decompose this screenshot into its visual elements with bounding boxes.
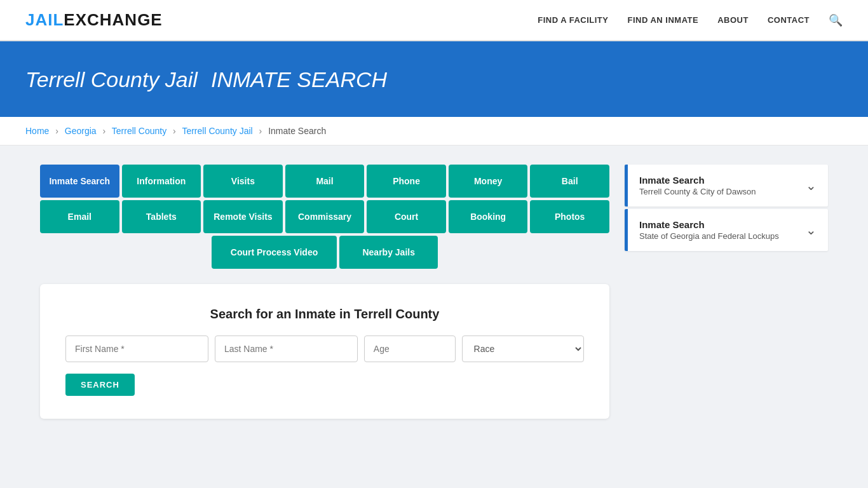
first-name-input[interactable] — [65, 336, 208, 362]
tabs-row3: Court Process Video Nearby Jails — [40, 236, 609, 269]
site-logo[interactable]: JAILEXCHANGE — [25, 10, 163, 30]
breadcrumb-current: Inmate Search — [268, 126, 326, 136]
tab-remote-visits[interactable]: Remote Visits — [203, 200, 283, 233]
sidebar-item-state-georgia[interactable]: Inmate Search State of Georgia and Feder… — [625, 209, 828, 251]
race-select[interactable]: Race White Black Hispanic Asian Other — [462, 336, 584, 362]
last-name-input[interactable] — [215, 336, 358, 362]
nav-find-inmate[interactable]: FIND AN INMATE — [627, 15, 698, 25]
hero-banner: Terrell County Jail INMATE SEARCH — [0, 41, 868, 117]
nav-find-facility[interactable]: FIND A FACILITY — [538, 15, 608, 25]
tab-bail[interactable]: Bail — [530, 165, 609, 198]
tab-money[interactable]: Money — [449, 165, 528, 198]
tab-court[interactable]: Court — [367, 200, 446, 233]
tab-court-process-video[interactable]: Court Process Video — [212, 236, 337, 269]
search-panel: Search for an Inmate in Terrell County R… — [40, 284, 609, 419]
tab-phone[interactable]: Phone — [367, 165, 446, 198]
content-area: Inmate Search Information Visits Mail Ph… — [40, 165, 609, 419]
tab-photos[interactable]: Photos — [530, 200, 609, 233]
tabs-row2: Email Tablets Remote Visits Commissary C… — [40, 200, 609, 233]
tab-tablets[interactable]: Tablets — [122, 200, 201, 233]
tab-mail[interactable]: Mail — [285, 165, 365, 198]
sidebar-item-subtitle-1: Terrell County & City of Dawson — [639, 187, 756, 196]
breadcrumb-terrell-county[interactable]: Terrell County — [112, 126, 166, 136]
logo-part2: EXCHANGE — [64, 10, 162, 29]
tab-email[interactable]: Email — [40, 200, 119, 233]
tab-visits[interactable]: Visits — [203, 165, 283, 198]
breadcrumb: Home › Georgia › Terrell County › Terrel… — [0, 117, 868, 146]
breadcrumb-georgia[interactable]: Georgia — [65, 126, 97, 136]
logo-part1: JAIL — [25, 10, 64, 29]
main-wrapper: Inmate Search Information Visits Mail Ph… — [21, 165, 847, 419]
tabs-row1: Inmate Search Information Visits Mail Ph… — [40, 165, 609, 198]
tab-booking[interactable]: Booking — [449, 200, 528, 233]
search-fields: Race White Black Hispanic Asian Other — [65, 336, 584, 362]
age-input[interactable] — [364, 336, 456, 362]
chevron-down-icon: ⌄ — [806, 178, 817, 193]
page-title: Terrell County Jail INMATE SEARCH — [25, 65, 843, 93]
sidebar-item-title-2: Inmate Search — [639, 219, 779, 230]
nav-contact[interactable]: CONTACT — [768, 15, 810, 25]
sidebar-item-subtitle-2: State of Georgia and Federal Lockups — [639, 231, 779, 241]
main-nav: FIND A FACILITY FIND AN INMATE ABOUT CON… — [538, 13, 843, 27]
search-button[interactable]: SEARCH — [65, 374, 135, 396]
chevron-down-icon-2: ⌄ — [806, 222, 817, 238]
search-panel-title: Search for an Inmate in Terrell County — [65, 307, 584, 322]
tab-inmate-search[interactable]: Inmate Search — [40, 165, 119, 198]
search-icon-button[interactable]: 🔍 — [829, 13, 843, 27]
sidebar-item-terrell-county[interactable]: Inmate Search Terrell County & City of D… — [625, 165, 828, 207]
sidebar-item-title-1: Inmate Search — [639, 175, 756, 186]
tab-nearby-jails[interactable]: Nearby Jails — [339, 236, 438, 269]
site-header: JAILEXCHANGE FIND A FACILITY FIND AN INM… — [0, 0, 868, 41]
tab-commissary[interactable]: Commissary — [285, 200, 365, 233]
breadcrumb-terrell-county-jail[interactable]: Terrell County Jail — [182, 126, 252, 136]
nav-about[interactable]: ABOUT — [717, 15, 749, 25]
sidebar: Inmate Search Terrell County & City of D… — [625, 165, 828, 254]
breadcrumb-home[interactable]: Home — [25, 126, 49, 136]
tab-information[interactable]: Information — [122, 165, 201, 198]
